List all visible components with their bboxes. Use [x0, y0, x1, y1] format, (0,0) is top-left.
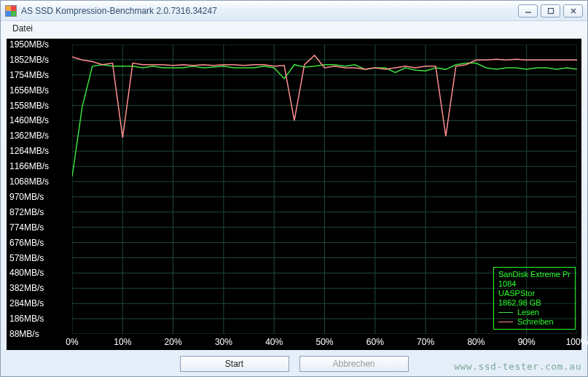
x-tick-label: 10%: [114, 337, 131, 347]
y-tick-label: 1362MB/s: [9, 131, 49, 141]
x-tick-label: 90%: [518, 337, 536, 347]
minimize-button[interactable]: [518, 4, 538, 18]
legend-read-label: Lesen: [517, 308, 539, 317]
x-tick-label: 30%: [215, 337, 232, 347]
maximize-icon: [547, 7, 554, 15]
legend-capacity: 1862,98 GB: [498, 298, 571, 308]
abort-button[interactable]: Abbrechen: [299, 356, 409, 372]
legend-read-swatch: [498, 312, 513, 313]
y-tick-label: 1460MB/s: [9, 115, 49, 125]
x-tick-label: 80%: [467, 337, 485, 347]
x-tick-label: 0%: [66, 337, 78, 347]
x-tick-label: 60%: [366, 337, 384, 347]
maximize-button[interactable]: [541, 4, 560, 18]
x-tick-label: 50%: [315, 337, 333, 347]
y-tick-label: 872MB/s: [9, 207, 44, 217]
y-tick-label: 1068MB/s: [9, 176, 49, 187]
y-tick-label: 1852MB/s: [9, 55, 49, 65]
y-tick-label: 1558MB/s: [9, 101, 49, 111]
x-tick-label: 20%: [165, 337, 182, 347]
y-tick-label: 284MB/s: [9, 298, 44, 308]
minimize-icon: [525, 7, 532, 15]
window-title: AS SSD Kompression-Benchmark 2.0.7316.34…: [21, 6, 217, 16]
legend-write-row: Schreiben: [498, 317, 571, 327]
x-tick-label: 40%: [265, 337, 283, 347]
y-tick-label: 1264MB/s: [9, 146, 49, 156]
x-tick-label: 100%: [566, 337, 588, 347]
menubar: Datei: [1, 21, 587, 36]
y-tick-label: 578MB/s: [9, 253, 44, 263]
y-tick-label: 1166MB/s: [9, 161, 49, 171]
y-tick-label: 774MB/s: [9, 222, 44, 233]
legend-model-code: 1084: [498, 279, 571, 289]
close-button[interactable]: [563, 4, 583, 18]
y-tick-label: 970MB/s: [9, 192, 44, 202]
watermark: www.ssd-tester.com.au: [454, 361, 581, 372]
y-tick-label: 1754MB/s: [9, 70, 49, 80]
menu-file[interactable]: Datei: [8, 22, 37, 35]
start-button[interactable]: Start: [180, 356, 289, 372]
legend-controller: UASPStor: [498, 289, 571, 298]
legend-device: SanDisk Extreme Pr: [498, 270, 571, 279]
y-tick-label: 480MB/s: [9, 268, 44, 278]
x-tick-label: 70%: [417, 337, 434, 347]
y-tick-label: 1656MB/s: [9, 85, 49, 96]
bottom-bar: Start Abbrechen www.ssd-tester.com.au: [1, 351, 587, 376]
y-tick-label: 1950MB/s: [9, 39, 49, 50]
legend-read-row: Lesen: [498, 308, 571, 317]
y-tick-label: 88MB/s: [9, 329, 39, 339]
app-icon: [5, 5, 17, 17]
app-window: AS SSD Kompression-Benchmark 2.0.7316.34…: [0, 0, 588, 377]
legend-write-swatch: [498, 322, 513, 322]
chart-area: SanDisk Extreme Pr 1084 UASPStor 1862,98…: [7, 39, 581, 350]
y-tick-label: 676MB/s: [9, 238, 44, 248]
legend-write-label: Schreiben: [517, 317, 554, 327]
close-icon: [570, 7, 577, 15]
titlebar: AS SSD Kompression-Benchmark 2.0.7316.34…: [1, 1, 587, 21]
y-tick-label: 382MB/s: [9, 283, 44, 293]
svg-rect-1: [548, 8, 553, 13]
y-tick-label: 186MB/s: [9, 314, 44, 324]
legend: SanDisk Extreme Pr 1084 UASPStor 1862,98…: [493, 267, 576, 330]
